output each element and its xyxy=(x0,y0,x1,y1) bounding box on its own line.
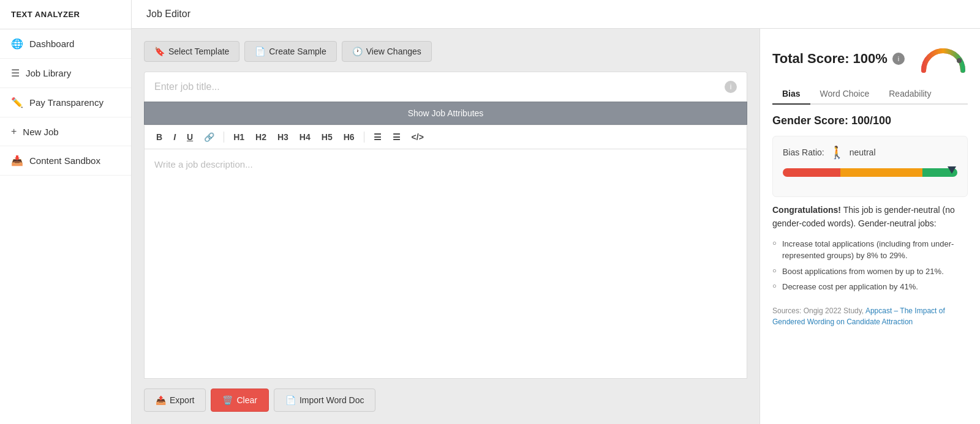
sources-text: Sources: Ongig 2022 Study, Appcast – The… xyxy=(772,305,968,327)
tab-word-choice[interactable]: Word Choice xyxy=(810,84,880,105)
editor-content-area[interactable]: Write a job description... xyxy=(144,149,747,379)
view-changes-label: View Changes xyxy=(366,46,421,56)
export-icon: 📤 xyxy=(156,395,166,405)
h6-button[interactable]: H6 xyxy=(339,130,359,144)
main-content: Job Editor 🔖 Select Template 📄 Create Sa… xyxy=(132,0,980,424)
score-gauge xyxy=(919,43,968,74)
bookmark-icon: 🔖 xyxy=(154,46,165,56)
link-button[interactable]: 🔗 xyxy=(200,130,219,144)
select-template-button[interactable]: 🔖 Select Template xyxy=(144,41,239,62)
editor-placeholder: Write a job description... xyxy=(154,159,253,169)
create-sample-button[interactable]: 📄 Create Sample xyxy=(244,41,336,62)
clear-label: Clear xyxy=(236,395,257,405)
sidebar-item-job-library-label: Job Library xyxy=(26,68,71,78)
sidebar-item-new-job[interactable]: + New Job xyxy=(0,117,131,146)
svg-point-0 xyxy=(957,58,962,63)
bold-button[interactable]: B xyxy=(152,130,167,144)
bias-ratio-row: Bias Ratio: 🚶 neutral xyxy=(783,145,957,160)
sidebar-title: TEXT ANALYZER xyxy=(0,0,131,29)
score-panel: Total Score: 100% i xyxy=(760,29,980,424)
clear-button[interactable]: 🗑️ Clear xyxy=(211,389,268,412)
import-label: Import Word Doc xyxy=(300,395,364,405)
bottom-action-buttons: 📤 Export 🗑️ Clear 📄 Import Word Doc xyxy=(144,389,747,412)
dashboard-icon: 🌐 xyxy=(11,38,23,50)
sources-label: Sources: Ongig 2022 Study, xyxy=(772,307,865,315)
rich-text-toolbar: B I U 🔗 H1 H2 H3 H4 H5 H6 ☰ ☰ </> xyxy=(144,125,747,149)
underline-button[interactable]: U xyxy=(183,130,197,144)
tab-bias[interactable]: Bias xyxy=(772,84,810,105)
congrats-bold: Congratulations! xyxy=(772,205,841,215)
pay-transparency-icon: ✏️ xyxy=(11,97,23,108)
document-icon: 📄 xyxy=(255,46,265,56)
sidebar-item-content-sandbox[interactable]: 📥 Content Sandbox xyxy=(0,146,131,176)
job-title-bar: i xyxy=(144,72,747,102)
job-library-icon: ☰ xyxy=(11,67,20,79)
toolbar-separator-2 xyxy=(364,132,364,143)
sidebar: TEXT ANALYZER 🌐 Dashboard ☰ Job Library … xyxy=(0,0,132,424)
neutral-person-icon: 🚶 xyxy=(829,145,845,160)
benefits-list: Increase total applications (including f… xyxy=(772,238,968,297)
ordered-list-button[interactable]: ☰ xyxy=(388,130,405,144)
benefit-item-1: Increase total applications (including f… xyxy=(782,238,968,262)
h3-button[interactable]: H3 xyxy=(273,130,293,144)
bias-ratio-status: neutral xyxy=(850,147,876,157)
h1-button[interactable]: H1 xyxy=(229,130,249,144)
editor-panel: 🔖 Select Template 📄 Create Sample 🕐 View… xyxy=(132,29,760,424)
code-button[interactable]: </> xyxy=(407,130,428,144)
sidebar-item-pay-transparency-label: Pay Transparency xyxy=(29,97,104,108)
congrats-text: Congratulations! This job is gender-neut… xyxy=(772,203,968,231)
trash-icon: 🗑️ xyxy=(222,395,233,405)
italic-button[interactable]: I xyxy=(169,130,180,144)
score-title-group: Total Score: 100% i xyxy=(772,51,905,67)
show-attributes-button[interactable]: Show Job Attributes xyxy=(144,102,747,125)
job-title-input[interactable] xyxy=(154,81,725,92)
sidebar-item-pay-transparency[interactable]: ✏️ Pay Transparency xyxy=(0,88,131,117)
view-changes-button[interactable]: 🕐 View Changes xyxy=(342,41,432,62)
bias-ratio-label: Bias Ratio: xyxy=(783,147,824,157)
export-label: Export xyxy=(170,395,194,405)
score-info-icon[interactable]: i xyxy=(892,53,905,65)
bias-indicator xyxy=(948,166,956,174)
toolbar-separator-1 xyxy=(224,132,224,143)
gender-score-label: Gender Score: 100/100 xyxy=(772,114,968,127)
page-title: Job Editor xyxy=(146,9,190,19)
h2-button[interactable]: H2 xyxy=(251,130,271,144)
score-header: Total Score: 100% i xyxy=(772,43,968,74)
title-info-icon[interactable]: i xyxy=(725,81,737,93)
sidebar-item-dashboard[interactable]: 🌐 Dashboard xyxy=(0,29,131,59)
editor-wrapper: 🔖 Select Template 📄 Create Sample 🕐 View… xyxy=(132,29,980,424)
total-score-label: Total Score: 100% xyxy=(772,51,888,67)
select-template-label: Select Template xyxy=(168,46,229,56)
import-word-button[interactable]: 📄 Import Word Doc xyxy=(274,389,376,412)
tab-readability[interactable]: Readability xyxy=(879,84,941,105)
benefit-item-3: Decrease cost per application by 41%. xyxy=(782,281,968,293)
page-header: Job Editor xyxy=(132,0,980,29)
h4-button[interactable]: H4 xyxy=(295,130,315,144)
history-icon: 🕐 xyxy=(352,46,363,56)
import-icon: 📄 xyxy=(285,395,296,405)
h5-button[interactable]: H5 xyxy=(317,130,337,144)
show-attributes-label: Show Job Attributes xyxy=(408,108,484,118)
sidebar-item-dashboard-label: Dashboard xyxy=(29,39,74,49)
new-job-icon: + xyxy=(11,126,17,137)
bias-bar xyxy=(783,168,957,177)
sidebar-item-new-job-label: New Job xyxy=(23,127,58,137)
score-tabs: Bias Word Choice Readability xyxy=(772,84,968,105)
export-button[interactable]: 📤 Export xyxy=(144,389,206,412)
create-sample-label: Create Sample xyxy=(269,46,326,56)
content-sandbox-icon: 📥 xyxy=(11,155,23,166)
sidebar-item-content-sandbox-label: Content Sandbox xyxy=(29,155,100,166)
sidebar-item-job-library[interactable]: ☰ Job Library xyxy=(0,59,131,88)
gauge-svg xyxy=(919,43,968,74)
unordered-list-button[interactable]: ☰ xyxy=(369,130,386,144)
benefit-item-2: Boost applications from women by up to 2… xyxy=(782,266,968,278)
editor-toolbar: 🔖 Select Template 📄 Create Sample 🕐 View… xyxy=(144,41,747,62)
